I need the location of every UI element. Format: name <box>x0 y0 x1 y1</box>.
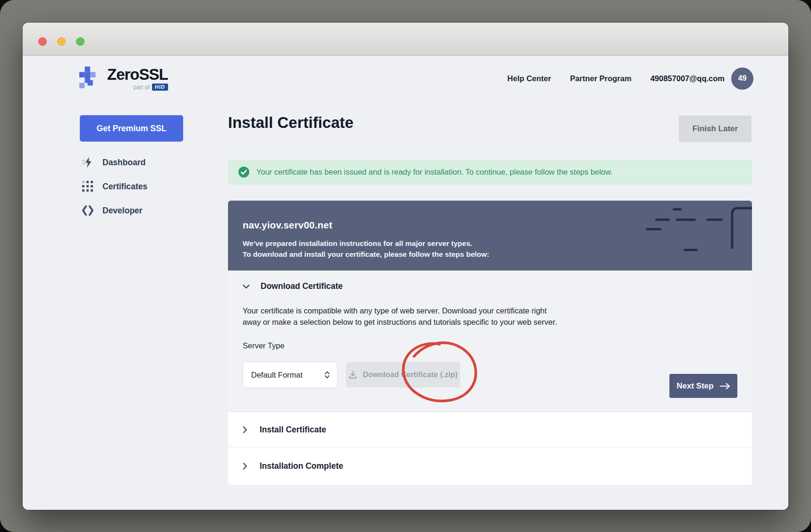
app-header: ZeroSSL part of HID Help Center Partner … <box>79 63 753 94</box>
server-type-value: Default Format <box>251 371 303 380</box>
account-avatar[interactable]: 49 <box>731 68 753 90</box>
page-title: Install Certificate <box>228 114 354 132</box>
brand-name: ZeroSSL <box>107 66 168 83</box>
chevron-right-icon <box>243 426 247 433</box>
desktop-backdrop: ZeroSSL part of HID Help Center Partner … <box>0 0 811 532</box>
hid-logo: HID <box>152 84 168 91</box>
check-circle-icon <box>238 167 249 177</box>
arrow-right-icon <box>720 383 730 389</box>
sidebar-item-developer[interactable]: Developer <box>82 203 190 218</box>
help-center-link[interactable]: Help Center <box>507 74 551 83</box>
panel-line-1: We've prepared installation instructions… <box>243 238 752 249</box>
brand-tagline: part of HID <box>134 84 168 91</box>
sidebar-item-dashboard[interactable]: Dashboard <box>82 155 190 169</box>
close-button[interactable] <box>38 37 47 46</box>
minimize-button[interactable] <box>57 37 66 46</box>
download-certificate-header[interactable]: Download Certificate <box>243 281 343 291</box>
zoom-button[interactable] <box>76 37 84 46</box>
installation-complete-row[interactable]: Installation Complete <box>228 448 752 485</box>
grid-icon <box>82 181 94 192</box>
server-type-select[interactable]: Default Format <box>243 362 338 388</box>
map-lines-decoration <box>228 201 752 270</box>
panel-line-2: To download and install your certificate… <box>243 249 752 260</box>
zerossl-logo[interactable]: ZeroSSL part of HID <box>79 66 168 91</box>
app-window: ZeroSSL part of HID Help Center Partner … <box>23 23 788 510</box>
download-description: Your certificate is compatible with any … <box>243 305 557 328</box>
success-banner: Your certificate has been issued and is … <box>228 160 752 185</box>
chevron-down-icon <box>243 284 250 289</box>
server-type-label: Server Type <box>243 341 285 350</box>
finish-later-button[interactable]: Finish Later <box>679 116 752 142</box>
code-icon <box>82 205 94 216</box>
sidebar-nav: Dashboard <box>82 155 190 228</box>
window-controls <box>38 37 84 46</box>
window-titlebar <box>23 23 788 56</box>
zerossl-mark-icon <box>79 66 101 89</box>
download-certificate-button[interactable]: Download Certificate (.zip) <box>346 362 460 388</box>
install-certificate-row[interactable]: Install Certificate <box>228 412 752 448</box>
get-premium-ssl-button[interactable]: Get Premium SSL <box>80 115 183 142</box>
success-message: Your certificate has been issued and is … <box>256 168 613 177</box>
certificate-domain: nav.yiov.serv00.net <box>243 220 752 231</box>
header-nav: Help Center Partner Program 490857007@qq… <box>507 68 753 90</box>
download-icon <box>349 371 357 379</box>
partner-program-link[interactable]: Partner Program <box>570 74 631 83</box>
next-step-button[interactable]: Next Step <box>669 374 737 398</box>
window-content: ZeroSSL part of HID Help Center Partner … <box>23 56 788 510</box>
account-email[interactable]: 490857007@qq.com <box>650 74 725 83</box>
sidebar-item-certificates[interactable]: Certificates <box>82 179 190 194</box>
download-certificate-section: Download Certificate Your certificate is… <box>228 270 752 412</box>
select-arrows-icon <box>324 371 330 379</box>
domain-panel: nav.yiov.serv00.net We've prepared insta… <box>228 201 752 270</box>
chevron-right-icon <box>243 463 247 470</box>
lightning-icon <box>82 156 94 169</box>
